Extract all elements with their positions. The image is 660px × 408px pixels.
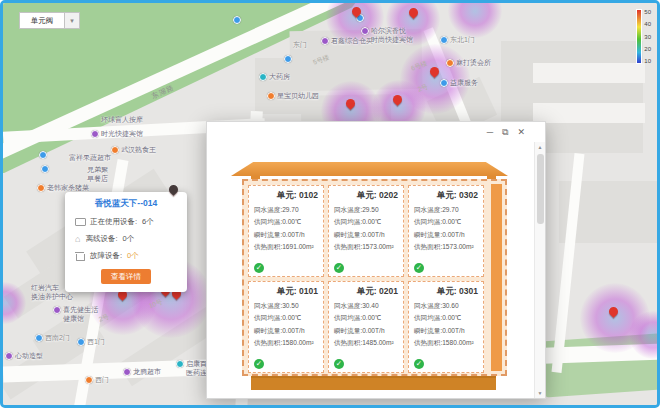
bus-stop-icon — [41, 165, 49, 173]
poi-label: 武汉熟食王 — [111, 146, 156, 155]
service-icon — [440, 79, 448, 87]
flow-rate: 瞬时流量:0.00T/h — [254, 231, 318, 240]
status-ok-icon: ✓ — [414, 359, 424, 369]
heating-area: 供热面积:1485.00m² — [334, 339, 398, 348]
offline-devices-label: 离线设备: — [85, 234, 117, 244]
unit-card-0102[interactable]: 单元: 0102 回水温度:29.70 供回均温:0.00℃ 瞬时流量:0.00… — [248, 185, 324, 277]
flow-rate: 瞬时流量:0.00T/h — [414, 327, 478, 336]
status-ok-icon: ✓ — [334, 263, 344, 273]
map-building — [255, 58, 301, 114]
legend-tick: 40 — [644, 21, 651, 27]
scrollbar-thumb[interactable] — [537, 154, 544, 224]
scroll-up-arrow[interactable]: ▲ — [535, 144, 545, 150]
unit-number: 0201 — [379, 286, 398, 296]
poi-label: 富祥果蔬超市 — [69, 154, 111, 163]
unit-number: 0101 — [299, 286, 318, 296]
status-ok-icon: ✓ — [414, 263, 424, 273]
avg-temp: 供回均温:0.00℃ — [254, 314, 318, 323]
poi-label: 喜先健生活 健康馆 — [53, 306, 98, 324]
legend-ticks: 50 40 30 20 10 — [644, 9, 651, 64]
minimize-button[interactable]: ─ — [487, 127, 493, 137]
heat-spot — [448, 3, 502, 38]
return-temp: 回水温度:29.50 — [334, 206, 398, 215]
in-use-devices-value: 6个 — [142, 217, 154, 227]
cabinet-body: 单元: 0102 回水温度:29.70 供回均温:0.00℃ 瞬时流量:0.00… — [242, 179, 507, 376]
avg-temp: 供回均温:0.00℃ — [334, 218, 398, 227]
gate-icon — [77, 338, 85, 346]
poi-label: 西南2门 — [35, 334, 70, 343]
home-icon: ⌂ — [75, 235, 80, 244]
heating-area: 供热面积:1580.00m² — [414, 339, 478, 348]
avg-temp: 供回均温:0.00℃ — [414, 314, 478, 323]
station-popup-title: 香悦蓝天下--014 — [73, 198, 179, 210]
legend-gradient-bar — [636, 9, 642, 64]
cabinet-roof — [231, 162, 508, 176]
avg-temp: 供回均温:0.00℃ — [334, 314, 398, 323]
kindergarten-icon — [267, 92, 275, 100]
flow-rate: 瞬时流量:0.00T/h — [334, 231, 398, 240]
legend-tick: 50 — [644, 9, 651, 15]
scroll-down-arrow[interactable]: ▼ — [535, 390, 545, 396]
shop-icon — [53, 306, 61, 314]
return-temp: 回水温度:29.70 — [414, 206, 478, 215]
unit-label: 单元: — [357, 190, 377, 200]
heating-area: 供热面积:1580.00m² — [254, 339, 318, 348]
return-temp: 回水温度:29.70 — [254, 206, 318, 215]
modal-scrollbar[interactable]: ▲ ▼ — [534, 142, 545, 398]
unit-label: 单元: — [277, 190, 297, 200]
unit-detail-dialog: ─ ⧉ ✕ 单元: 0102 回水温度:29.70 供回均温:0.00℃ 瞬时流… — [206, 121, 546, 399]
maximize-button[interactable]: ⧉ — [502, 127, 508, 137]
close-button[interactable]: ✕ — [517, 127, 525, 137]
unit-number: 0301 — [459, 286, 478, 296]
chevron-down-icon[interactable]: ▾ — [65, 12, 80, 29]
layer-dropdown[interactable]: 单元阀 ▾ — [19, 12, 80, 29]
in-use-devices-row: 正在使用设备: 6个 — [73, 217, 179, 227]
shop-icon — [123, 368, 131, 376]
poi-label: 东北1门 — [440, 36, 475, 45]
unit-card-0302[interactable]: 单元: 0302 回水温度:29.70 供回均温:0.00℃ 瞬时流量:0.00… — [408, 185, 484, 277]
layer-dropdown-value[interactable]: 单元阀 — [19, 12, 65, 29]
unit-number: 0302 — [459, 190, 478, 200]
faulty-devices-label: 故障设备: — [90, 251, 122, 261]
poi-label: 西1门 — [77, 338, 105, 347]
hotel-icon — [91, 130, 99, 138]
poi-label: 东门 — [293, 41, 307, 50]
unit-card-0101[interactable]: 单元: 0101 回水温度:30.50 供回均温:0.00℃ 瞬时流量:0.00… — [248, 281, 324, 373]
unit-card-0202[interactable]: 单元: 0202 回水温度:29.50 供回均温:0.00℃ 瞬时流量:0.00… — [328, 185, 404, 277]
cabinet-base — [251, 376, 496, 390]
faulty-devices-value: 0个 — [127, 251, 139, 261]
view-details-button[interactable]: 查看详情 — [101, 269, 151, 284]
unit-card-0301[interactable]: 单元: 0301 回水温度:30.60 供回均温:0.00℃ 瞬时流量:0.00… — [408, 281, 484, 373]
status-ok-icon: ✓ — [254, 359, 264, 369]
poi-label: 星宝贝幼儿园 — [267, 92, 319, 101]
heating-area: 供热面积:1573.00m² — [334, 243, 398, 252]
offline-devices-value: 0个 — [123, 234, 135, 244]
poi-label: 环球盲人按摩 — [101, 116, 143, 125]
unit-card-0201[interactable]: 单元: 0201 回水温度:30.40 供回均温:0.00℃ 瞬时流量:0.00… — [328, 281, 404, 373]
window-controls: ─ ⧉ ✕ — [487, 127, 525, 137]
unit-label: 单元: — [277, 286, 297, 296]
station-popup: 香悦蓝天下--014 正在使用设备: 6个 ⌂ 离线设备: 0个 故障设备: 0… — [65, 192, 187, 292]
flow-rate: 瞬时流量:0.00T/h — [334, 327, 398, 336]
unit-number: 0202 — [379, 190, 398, 200]
gate-icon — [85, 376, 93, 384]
flow-rate: 瞬时流量:0.00T/h — [254, 327, 318, 336]
bus-stop-icon — [39, 151, 47, 159]
cabinet-side-panel — [491, 184, 502, 371]
poi-label: 龙腾超市 — [123, 368, 161, 377]
map-courtyard — [533, 103, 645, 123]
unit-label: 单元: — [437, 190, 457, 200]
poi-label: 益康服务 — [440, 79, 478, 88]
avg-temp: 供回均温:0.00℃ — [254, 218, 318, 227]
avg-temp: 供回均温:0.00℃ — [414, 218, 478, 227]
shop-icon — [5, 352, 13, 360]
unit-grid: 单元: 0102 回水温度:29.70 供回均温:0.00℃ 瞬时流量:0.00… — [248, 185, 488, 373]
poi-label: 哈尔滨香悦 时尚快捷宾馆 — [361, 27, 413, 45]
unit-number: 0102 — [299, 190, 318, 200]
parking-icon — [284, 55, 292, 63]
hotel-icon — [361, 27, 369, 35]
legend-tick: 30 — [644, 34, 651, 40]
in-use-devices-label: 正在使用设备: — [90, 217, 137, 227]
restaurant-icon — [37, 184, 45, 192]
flow-rate: 瞬时流量:0.00T/h — [414, 231, 478, 240]
